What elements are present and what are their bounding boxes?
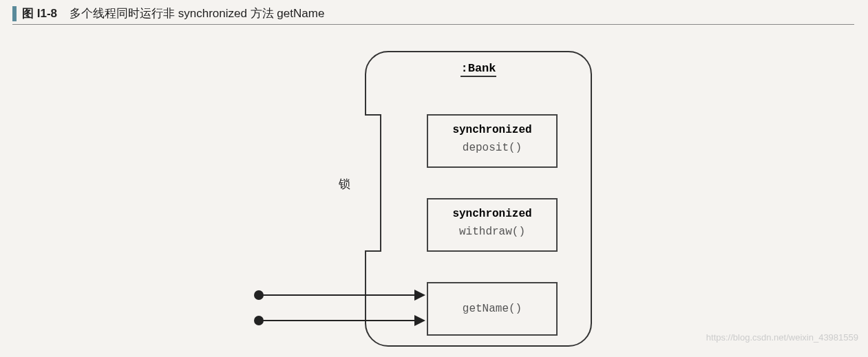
accent-bar [12, 6, 17, 21]
figure-title: 多个线程同时运行非 synchronized 方法 getName [70, 6, 324, 21]
arrow-head-icon [414, 290, 425, 301]
thread-dot-icon [254, 316, 264, 325]
sync-keyword: synchronized [428, 208, 556, 220]
method-name: getName() [428, 303, 556, 315]
arrow-line [263, 320, 418, 321]
arrow-head-icon [414, 315, 425, 326]
method-box-deposit: synchronized deposit() [427, 114, 558, 168]
method-name: deposit() [428, 142, 556, 154]
figure-number: 图 I1-8 [22, 6, 57, 21]
bank-object-box: :Bank synchronized deposit() synchronize… [365, 51, 592, 347]
method-box-getname: getName() [427, 282, 558, 336]
arrow-line [263, 294, 418, 296]
thread-dot-icon [254, 290, 264, 300]
method-box-withdraw: synchronized withdraw() [427, 198, 558, 252]
lock-rectangle [365, 114, 381, 252]
watermark: https://blog.csdn.net/weixin_43981559 [706, 332, 858, 343]
lock-label: 锁 [339, 176, 350, 192]
bank-object-title: :Bank [366, 62, 591, 75]
method-name: withdraw() [428, 226, 556, 238]
sync-keyword: synchronized [428, 124, 556, 136]
bank-object-name: :Bank [461, 62, 496, 77]
diagram: 锁 :Bank synchronized deposit() synchroni… [0, 25, 868, 348]
figure-header: 图 I1-8 多个线程同时运行非 synchronized 方法 getName [12, 0, 854, 25]
